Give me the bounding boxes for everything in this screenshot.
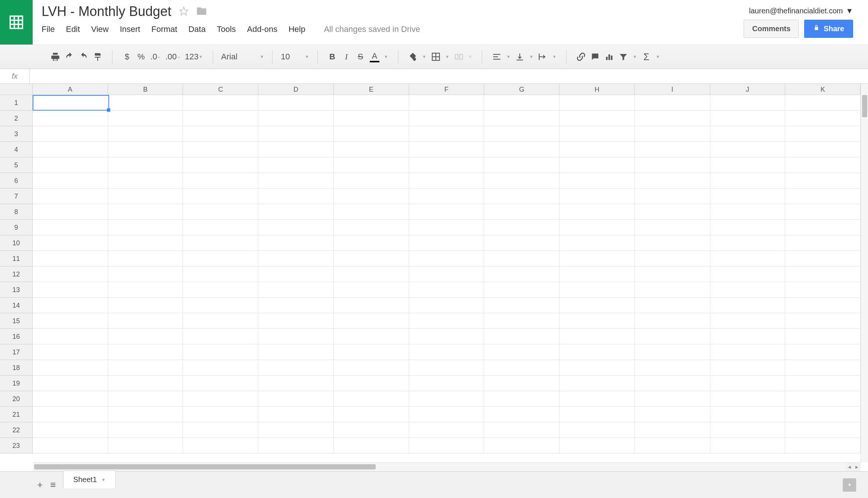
cell[interactable] [635, 376, 710, 391]
cell[interactable] [559, 407, 635, 422]
cell[interactable] [183, 329, 258, 344]
cell[interactable] [409, 313, 484, 329]
cell[interactable] [785, 173, 861, 189]
row-header[interactable]: 14 [0, 298, 32, 313]
cell[interactable] [409, 142, 484, 157]
row-header[interactable]: 11 [0, 251, 32, 266]
number-format-button[interactable]: 123 ▼ [185, 51, 203, 62]
cell[interactable] [108, 391, 183, 407]
cell[interactable] [484, 376, 559, 391]
cell[interactable] [108, 189, 183, 204]
cell[interactable] [33, 204, 108, 220]
cell[interactable] [33, 344, 108, 360]
cell[interactable] [635, 142, 710, 157]
cell[interactable] [108, 422, 183, 438]
row-header[interactable]: 8 [0, 204, 32, 220]
font-size-select[interactable]: 10 ▼ [276, 45, 313, 69]
cell[interactable] [484, 220, 559, 235]
row-header[interactable]: 23 [0, 438, 32, 453]
cell[interactable] [710, 95, 786, 111]
cell[interactable] [33, 329, 108, 344]
cell[interactable] [183, 422, 258, 438]
cell[interactable] [33, 360, 108, 376]
cell[interactable] [710, 282, 786, 298]
cell[interactable] [710, 298, 786, 313]
cell[interactable] [183, 360, 258, 376]
cell[interactable] [559, 220, 635, 235]
cell[interactable] [484, 157, 559, 173]
cell[interactable] [785, 189, 861, 204]
cell[interactable] [33, 173, 108, 189]
strikethrough-button[interactable]: S [356, 51, 365, 62]
menu-edit[interactable]: Edit [66, 24, 80, 34]
row-header[interactable]: 5 [0, 157, 32, 173]
all-sheets-button[interactable]: ≡ [50, 479, 56, 491]
cell[interactable] [334, 126, 409, 142]
vertical-scrollbar[interactable] [861, 84, 868, 462]
cell[interactable] [409, 376, 484, 391]
cell[interactable] [559, 344, 635, 360]
cell[interactable] [108, 313, 183, 329]
cell[interactable] [108, 266, 183, 282]
cell[interactable] [258, 235, 334, 251]
cell[interactable] [183, 189, 258, 204]
cell[interactable] [183, 95, 258, 111]
cell[interactable] [559, 282, 635, 298]
cell[interactable] [334, 329, 409, 344]
functions-icon[interactable]: Σ [642, 51, 651, 62]
cell[interactable] [710, 111, 786, 126]
cell[interactable] [334, 391, 409, 407]
cell[interactable] [785, 157, 861, 173]
cell[interactable] [108, 204, 183, 220]
user-account[interactable]: lauren@thefinancialdiet.com ▼ [749, 7, 853, 15]
cell[interactable] [33, 391, 108, 407]
cell[interactable] [785, 360, 861, 376]
cell[interactable] [635, 391, 710, 407]
cell[interactable] [409, 282, 484, 298]
cell[interactable] [710, 422, 786, 438]
merge-dropdown-icon[interactable]: ▼ [468, 54, 473, 59]
cell[interactable] [108, 173, 183, 189]
cell[interactable] [409, 235, 484, 251]
cell[interactable] [785, 111, 861, 126]
cell[interactable] [785, 282, 861, 298]
menu-format[interactable]: Format [151, 24, 177, 34]
cell[interactable] [33, 220, 108, 235]
cell[interactable] [33, 376, 108, 391]
vertical-align-icon[interactable] [515, 51, 525, 62]
col-header-h[interactable]: H [559, 84, 635, 95]
row-header[interactable]: 21 [0, 407, 32, 422]
cell[interactable] [33, 422, 108, 438]
cell[interactable] [33, 282, 108, 298]
cell[interactable] [710, 329, 786, 344]
cell[interactable] [108, 142, 183, 157]
cell[interactable] [409, 157, 484, 173]
cell[interactable] [334, 313, 409, 329]
cell[interactable] [559, 438, 635, 453]
italic-button[interactable]: I [342, 51, 351, 62]
cell[interactable] [183, 391, 258, 407]
cell[interactable] [334, 422, 409, 438]
cell[interactable] [258, 407, 334, 422]
cell[interactable] [710, 266, 786, 282]
cell[interactable] [258, 111, 334, 126]
cell[interactable] [258, 126, 334, 142]
cell[interactable] [108, 220, 183, 235]
print-icon[interactable] [50, 51, 60, 62]
cell[interactable] [559, 251, 635, 266]
cell[interactable] [635, 251, 710, 266]
row-header[interactable]: 22 [0, 422, 32, 438]
cell[interactable] [484, 173, 559, 189]
cell[interactable] [785, 344, 861, 360]
decrease-decimal-button[interactable]: .0← [150, 51, 161, 62]
menu-insert[interactable]: Insert [120, 24, 140, 34]
cell[interactable] [559, 329, 635, 344]
cell[interactable] [258, 344, 334, 360]
cell[interactable] [334, 438, 409, 453]
cell[interactable] [710, 376, 786, 391]
cell[interactable] [108, 95, 183, 111]
cell[interactable] [409, 204, 484, 220]
row-header[interactable]: 2 [0, 111, 32, 126]
star-icon[interactable] [179, 6, 189, 17]
col-header-a[interactable]: A [33, 84, 108, 95]
